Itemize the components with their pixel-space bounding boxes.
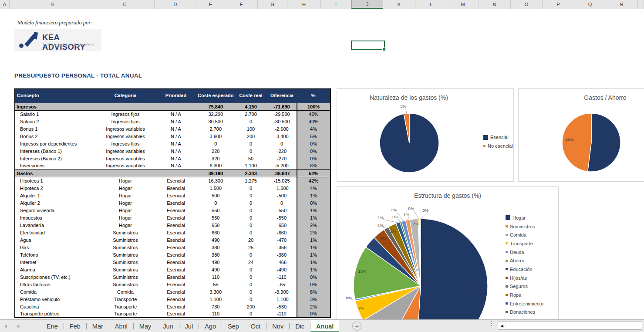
cell-diferencia[interactable]: -110: [267, 310, 297, 318]
cell-concepto[interactable]: Salario 2: [15, 118, 96, 125]
cell-concepto[interactable]: Electricidad: [15, 229, 96, 236]
cell-concepto[interactable]: Comida: [15, 288, 96, 295]
cell-diferencia[interactable]: -270: [267, 155, 297, 162]
cell-coste-esperado[interactable]: 3.600: [197, 132, 235, 140]
column-header-G[interactable]: G: [258, 0, 287, 9]
cell-categoria[interactable]: Suministros: [96, 244, 155, 251]
column-header-D[interactable]: D: [155, 0, 196, 9]
cell-prioridad[interactable]: Esencial: [155, 258, 197, 266]
cell-diferencia[interactable]: -110: [267, 273, 297, 281]
sheet-tab-jul[interactable]: Jul: [179, 320, 199, 332]
cell-coste-esperado[interactable]: 550: [197, 207, 235, 214]
cell-prioridad[interactable]: N / A: [155, 147, 197, 155]
cell-prioridad[interactable]: N / A: [155, 118, 197, 125]
cell-categoria[interactable]: Transporte: [96, 295, 155, 303]
cell-coste-real[interactable]: 0: [235, 199, 267, 207]
column-header-partial[interactable]: [638, 0, 644, 9]
cell-concepto[interactable]: Hipoteca 1: [15, 177, 96, 184]
cell-categoria[interactable]: Suministros: [96, 229, 155, 236]
cell-coste-real[interactable]: 0: [235, 273, 267, 281]
cell-categoria[interactable]: Suministros: [96, 258, 155, 266]
cell-coste-real[interactable]: 0: [235, 266, 267, 273]
cell-prioridad[interactable]: N / A: [155, 110, 197, 118]
cell-pct[interactable]: 0%: [297, 199, 330, 207]
column-header-I[interactable]: I: [321, 0, 351, 9]
cell-coste-real[interactable]: 24: [235, 258, 267, 266]
cell-concepto[interactable]: Gastos: [15, 169, 96, 177]
cell-diferencia[interactable]: -650: [267, 221, 297, 229]
cell-categoria[interactable]: Suministros: [96, 236, 155, 244]
cell-coste-real[interactable]: 4.150: [235, 103, 267, 110]
cell-pct[interactable]: 8%: [297, 162, 330, 169]
cell-coste-esperado[interactable]: 39.190: [197, 169, 235, 177]
cell-diferencia[interactable]: -30.500: [267, 118, 297, 125]
cell-pct[interactable]: 42%: [297, 177, 330, 184]
cell-prioridad[interactable]: Esencial: [155, 214, 197, 221]
cell-coste-real[interactable]: 200: [235, 132, 267, 140]
cell-pct[interactable]: 2%: [297, 221, 330, 229]
cell-prioridad[interactable]: N / A: [155, 155, 197, 162]
cell-coste-real[interactable]: 0: [235, 147, 267, 155]
cell-prioridad[interactable]: Esencial: [155, 199, 197, 207]
cell-coste-real[interactable]: 0: [235, 295, 267, 303]
h-scrollbar[interactable]: ◀: [498, 322, 642, 330]
column-header-P[interactable]: P: [543, 0, 574, 9]
cell-concepto[interactable]: Lavandería: [15, 221, 96, 229]
sheet-tab-sep[interactable]: Sep: [222, 320, 245, 332]
cell-concepto[interactable]: Transporte público: [15, 310, 96, 318]
chart-estructura-gastos[interactable]: Estructura de gastos (%) 51%5%0%13%3%3%1…: [337, 186, 559, 332]
cell-categoria[interactable]: Ingresos variables: [96, 147, 155, 155]
cell-concepto[interactable]: Suscripciones (TV, etc.): [15, 273, 96, 281]
cell-prioridad[interactable]: N / A: [155, 132, 197, 140]
cell-categoria[interactable]: Transporte: [96, 310, 155, 318]
cell-coste-real[interactable]: 0: [235, 251, 267, 258]
cell-prioridad[interactable]: [155, 169, 197, 177]
cell-concepto[interactable]: Agua: [15, 236, 96, 244]
cell-coste-esperado[interactable]: 730: [197, 303, 235, 310]
cell-pct[interactable]: 5%: [297, 132, 330, 140]
sheet-tab-anual[interactable]: Anual: [310, 320, 339, 332]
cell-prioridad[interactable]: Esencial: [155, 295, 197, 303]
column-header-B[interactable]: B: [10, 0, 95, 9]
cell-pct[interactable]: 40%: [297, 118, 330, 125]
column-header-A[interactable]: A: [0, 0, 10, 9]
cell-coste-esperado[interactable]: 650: [197, 221, 235, 229]
cell-coste-real[interactable]: 0: [235, 288, 267, 295]
cell-categoria[interactable]: Ingresos fijos: [96, 140, 155, 147]
cell-pct[interactable]: 1%: [297, 236, 330, 244]
cell-concepto[interactable]: Seguro vivienda: [15, 207, 96, 214]
cell-concepto[interactable]: Ingresos: [15, 103, 96, 110]
selected-cell[interactable]: [351, 41, 385, 50]
cell-pct[interactable]: 1%: [297, 266, 330, 273]
cell-coste-real[interactable]: 0: [235, 192, 267, 199]
cell-coste-esperado[interactable]: 0: [197, 199, 235, 207]
cell-coste-real[interactable]: 100: [235, 125, 267, 132]
cell-categoria[interactable]: Suministros: [96, 281, 155, 288]
cell-pct[interactable]: 1%: [297, 244, 330, 251]
cell-prioridad[interactable]: N / A: [155, 125, 197, 132]
cell-coste-esperado[interactable]: 490: [197, 266, 235, 273]
cell-diferencia[interactable]: -3.300: [267, 288, 297, 295]
cell-concepto[interactable]: Otras facturas: [15, 281, 96, 288]
cell-prioridad[interactable]: Esencial: [155, 281, 197, 288]
cell-diferencia[interactable]: -550: [267, 214, 297, 221]
cell-diferencia[interactable]: -55: [267, 281, 297, 288]
sheet-tab-nov[interactable]: Nov: [266, 320, 289, 332]
cell-coste-esperado[interactable]: 500: [197, 192, 235, 199]
cell-categoria[interactable]: Transporte: [96, 303, 155, 310]
cell-pct[interactable]: 2%: [297, 229, 330, 236]
cell-coste-esperado[interactable]: 6.300: [197, 162, 235, 169]
cell-coste-esperado[interactable]: 490: [197, 236, 235, 244]
cell-concepto[interactable]: Alarma: [15, 266, 96, 273]
cell-pct[interactable]: 1%: [297, 207, 330, 214]
cell-categoria[interactable]: Hogar: [96, 184, 155, 192]
cell-prioridad[interactable]: Esencial: [155, 207, 197, 214]
add-sheet-button[interactable]: +: [352, 322, 361, 331]
cell-concepto[interactable]: Gasolina: [15, 303, 96, 310]
cell-prioridad[interactable]: Esencial: [155, 251, 197, 258]
chart-gastos-ahorro[interactable]: Gastos / Ahorro 52%48%: [518, 88, 644, 182]
cell-pct[interactable]: 52%: [297, 169, 330, 177]
cell-pct[interactable]: 100%: [297, 103, 330, 110]
cell-coste-esperado[interactable]: 320: [197, 155, 235, 162]
column-header-O[interactable]: O: [511, 0, 543, 9]
